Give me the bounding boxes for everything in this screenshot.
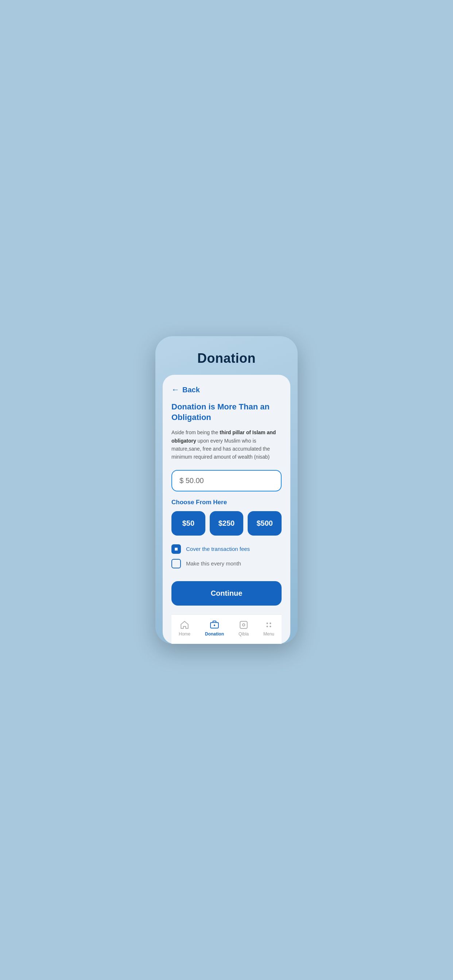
amount-button-50[interactable]: $50	[171, 511, 205, 536]
amount-input[interactable]	[179, 477, 274, 485]
back-label: Back	[182, 386, 200, 394]
continue-button[interactable]: Continue	[171, 581, 282, 606]
back-arrow-icon: ←	[171, 385, 179, 395]
nav-menu[interactable]: Menu	[263, 620, 274, 636]
svg-point-9	[270, 625, 271, 627]
monthly-label: Make this every month	[186, 560, 241, 566]
choose-label: Choose From Here	[171, 499, 282, 506]
monthly-row[interactable]: Make this every month	[171, 559, 282, 568]
description-plain-start: Aside from being the	[171, 430, 220, 435]
back-button[interactable]: ← Back	[171, 385, 282, 395]
nav-menu-label: Menu	[263, 632, 274, 636]
phone-shell: Donation ← Back Donation is More Than an…	[155, 336, 298, 644]
nav-qibla[interactable]: Qibla	[239, 620, 249, 636]
nav-donation[interactable]: Donation	[205, 620, 224, 636]
cover-fees-checkbox[interactable]: ■	[171, 544, 181, 554]
cover-fees-label: Cover the transaction fees	[186, 546, 250, 552]
page-title: Donation	[197, 351, 256, 366]
menu-icon	[264, 620, 274, 630]
amount-input-wrapper	[171, 470, 282, 492]
svg-point-5	[242, 624, 245, 626]
section-title: Donation is More Than an Obligation	[171, 402, 282, 423]
home-icon	[179, 620, 190, 630]
svg-point-7	[270, 623, 271, 624]
monthly-checkbox[interactable]	[171, 559, 181, 568]
amount-button-250[interactable]: $250	[210, 511, 244, 536]
nav-donation-label: Donation	[205, 632, 224, 636]
donation-icon	[209, 620, 220, 630]
amount-buttons-group: $50 $250 $500	[171, 511, 282, 536]
nav-home-label: Home	[179, 632, 190, 636]
svg-point-8	[266, 625, 268, 627]
nav-qibla-label: Qibla	[239, 632, 249, 636]
bottom-nav: Home Donation	[171, 614, 282, 644]
qibla-icon	[239, 620, 249, 630]
main-card: ← Back Donation is More Than an Obligati…	[163, 375, 290, 644]
svg-rect-4	[240, 621, 247, 628]
nav-home[interactable]: Home	[179, 620, 190, 636]
cover-fees-row[interactable]: ■ Cover the transaction fees	[171, 544, 282, 554]
cover-fees-checkmark: ■	[174, 546, 178, 552]
svg-point-6	[266, 623, 268, 624]
description-text: Aside from being the third pillar of Isl…	[171, 428, 282, 461]
amount-button-500[interactable]: $500	[248, 511, 282, 536]
